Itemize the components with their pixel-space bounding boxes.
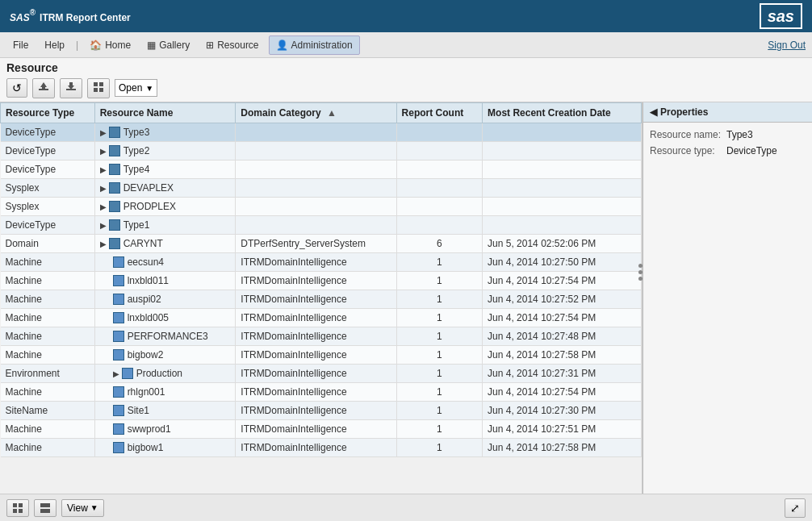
- cell-report-count: 1: [396, 309, 483, 327]
- cell-domain-category: [236, 179, 396, 198]
- bottom-left: View ▼: [6, 499, 104, 517]
- svg-rect-5: [99, 82, 103, 86]
- cell-creation-date: [483, 160, 642, 179]
- view-arrow: ▼: [90, 503, 98, 512]
- splitter-dot-2: [638, 270, 642, 274]
- col-domain-category[interactable]: Domain Category ▲: [236, 103, 396, 123]
- expand-arrow-icon[interactable]: ▶: [100, 240, 107, 248]
- cell-name-text: lnxbld011: [128, 275, 169, 286]
- collapse-icon[interactable]: ◀: [650, 106, 657, 118]
- table-row[interactable]: Sysplex▶PRODPLEX: [1, 198, 642, 216]
- cell-report-count: 1: [396, 327, 483, 346]
- menu-resource[interactable]: ⊞ Resource: [199, 36, 265, 54]
- row-type-icon: [109, 127, 120, 138]
- cell-name-text: DEVAPLEX: [123, 182, 174, 194]
- menu-gallery[interactable]: ▦ Gallery: [140, 36, 196, 54]
- cell-creation-date: Jun 4, 2014 10:27:30 PM: [483, 402, 642, 420]
- cell-resource-type: DeviceType: [1, 216, 95, 235]
- svg-rect-10: [13, 509, 17, 513]
- cell-domain-category: [236, 216, 396, 235]
- cell-resource-type: Machine: [1, 439, 95, 457]
- cell-resource-type: DeviceType: [1, 160, 95, 179]
- menu-file[interactable]: File: [6, 36, 35, 54]
- cell-report-count: 6: [396, 235, 483, 253]
- cell-creation-date: Jun 5, 2014 02:52:06 PM: [483, 235, 642, 253]
- status-dropdown[interactable]: Open ▼: [115, 79, 157, 97]
- menu-help[interactable]: Help: [38, 36, 71, 54]
- expand-arrow-icon[interactable]: ▶: [100, 202, 107, 211]
- grid-view-button[interactable]: [87, 78, 110, 98]
- cell-report-count: 1: [396, 346, 483, 365]
- cell-domain-category: ITRMDomainIntelligence: [236, 272, 396, 290]
- expand-arrow-icon[interactable]: ▶: [100, 221, 107, 230]
- grid-list-button[interactable]: [6, 499, 29, 517]
- table-row[interactable]: Sysplex▶DEVAPLEX: [1, 179, 642, 198]
- properties-panel: ◀ Properties Resource name: Type3 Resour…: [642, 102, 812, 498]
- col-resource-type[interactable]: Resource Type: [1, 103, 95, 123]
- download-button[interactable]: [60, 78, 82, 98]
- table-row[interactable]: Machinebigbow1ITRMDomainIntelligence1Jun…: [1, 439, 642, 457]
- cell-domain-category: ITRMDomainIntelligence: [236, 309, 396, 327]
- expand-arrow-icon[interactable]: ▶: [113, 369, 119, 378]
- table-row[interactable]: Machinerhlgn001ITRMDomainIntelligence1Ju…: [1, 383, 642, 402]
- svg-rect-4: [94, 82, 98, 86]
- cell-resource-type: Machine: [1, 272, 95, 290]
- panel-splitter[interactable]: [638, 264, 642, 281]
- upload-button[interactable]: [32, 78, 55, 98]
- sign-out-link[interactable]: Sign Out: [768, 40, 806, 51]
- table-row[interactable]: Machinelnxbld005ITRMDomainIntelligence1J…: [1, 309, 642, 327]
- cell-resource-type: DeviceType: [1, 142, 95, 160]
- cell-domain-category: ITRMDomainIntelligence: [236, 253, 396, 272]
- expand-arrow-icon[interactable]: ▶: [100, 147, 107, 156]
- prop-resource-type-label: Resource type:: [650, 145, 726, 156]
- svg-marker-1: [40, 82, 47, 89]
- table-row[interactable]: Machineeecsun4ITRMDomainIntelligence1Jun…: [1, 253, 642, 272]
- row-type-icon: [109, 182, 120, 194]
- expand-arrow-icon[interactable]: ▶: [100, 128, 107, 137]
- cell-report-count: [396, 142, 483, 160]
- cell-resource-type: Machine: [1, 309, 95, 327]
- table-row[interactable]: MachinePERFORMANCE3ITRMDomainIntelligenc…: [1, 327, 642, 346]
- data-table: Resource Type Resource Name Domain Categ…: [0, 102, 642, 457]
- col-report-count[interactable]: Report Count: [396, 103, 483, 123]
- cell-resource-name: ▶Type1: [94, 216, 236, 235]
- table-row[interactable]: Domain▶CARYNTDTPerfSentry_ServerSystem6J…: [1, 235, 642, 253]
- cell-name-text: PERFORMANCE3: [128, 331, 208, 342]
- expand-arrow-icon[interactable]: ▶: [100, 165, 107, 174]
- resource-icon: ⊞: [206, 40, 214, 51]
- prop-resource-name-value: Type3: [726, 129, 753, 140]
- expand-arrow-icon[interactable]: ▶: [100, 184, 107, 193]
- menu-administration[interactable]: 👤 Administration: [269, 35, 360, 55]
- table-row[interactable]: Machineswwprod1ITRMDomainIntelligence1Ju…: [1, 420, 642, 439]
- cell-creation-date: Jun 4, 2014 10:27:48 PM: [483, 327, 642, 346]
- cell-resource-name: ▶Type2: [94, 142, 236, 160]
- tile-view-button[interactable]: [34, 499, 57, 517]
- col-creation-date[interactable]: Most Recent Creation Date: [483, 103, 642, 123]
- cell-name-text: CARYNT: [123, 238, 163, 249]
- row-type-icon: [122, 368, 133, 379]
- cell-report-count: [396, 198, 483, 216]
- table-row[interactable]: Machinelnxbld011ITRMDomainIntelligence1J…: [1, 272, 642, 290]
- menu-home[interactable]: 🏠 Home: [83, 36, 137, 54]
- gallery-icon: ▦: [147, 40, 156, 51]
- menu-items: File Help | 🏠 Home ▦ Gallery ⊞ Resource …: [6, 35, 360, 55]
- cell-creation-date: Jun 4, 2014 10:27:54 PM: [483, 272, 642, 290]
- table-row[interactable]: DeviceType▶Type2: [1, 142, 642, 160]
- table-scroll[interactable]: Resource Type Resource Name Domain Categ…: [0, 102, 642, 498]
- view-dropdown-button[interactable]: View ▼: [61, 499, 104, 517]
- table-row[interactable]: DeviceType▶Type4: [1, 160, 642, 179]
- table-row[interactable]: SiteNameSite1ITRMDomainIntelligence1Jun …: [1, 402, 642, 420]
- refresh-button[interactable]: ↺: [6, 78, 27, 98]
- cell-domain-category: [236, 142, 396, 160]
- table-row[interactable]: Machinebigbow2ITRMDomainIntelligence1Jun…: [1, 346, 642, 365]
- expand-button[interactable]: ⤢: [785, 498, 806, 518]
- view-label: View: [67, 502, 88, 514]
- table-row[interactable]: DeviceType▶Type1: [1, 216, 642, 235]
- page-title: Resource: [6, 61, 806, 74]
- table-row[interactable]: DeviceType▶Type3: [1, 123, 642, 142]
- table-row[interactable]: Environment▶ProductionITRMDomainIntellig…: [1, 365, 642, 383]
- cell-name-text: PRODPLEX: [123, 201, 176, 212]
- col-resource-name[interactable]: Resource Name: [94, 103, 236, 123]
- table-row[interactable]: Machineauspi02ITRMDomainIntelligence1Jun…: [1, 290, 642, 309]
- cell-report-count: 1: [396, 365, 483, 383]
